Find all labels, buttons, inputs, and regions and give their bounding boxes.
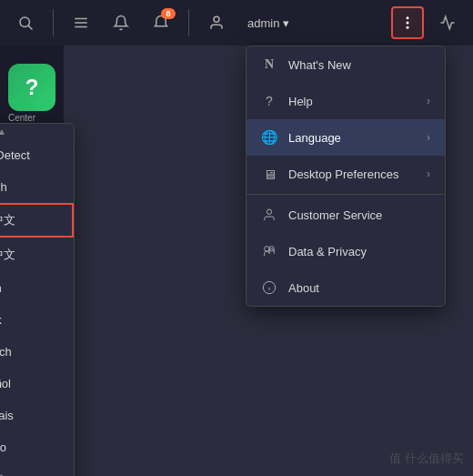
- help-icon: ?: [261, 93, 277, 109]
- whats-new-label: What's New: [288, 58, 430, 72]
- language-arrow-icon: ›: [427, 131, 430, 144]
- sidebar-app-icon[interactable]: ?: [8, 64, 55, 111]
- menu-item-about[interactable]: About: [247, 269, 445, 306]
- menu-item-desktop-prefs[interactable]: 🖥 Desktop Preferences ›: [247, 156, 445, 192]
- menu-item-help[interactable]: ? Help ›: [247, 83, 445, 119]
- svg-line-1: [28, 25, 32, 29]
- lang-item-italiano[interactable]: Italiano: [0, 431, 74, 463]
- scroll-up-indicator: ▲: [0, 124, 74, 139]
- nav-divider-2: [188, 9, 189, 36]
- language-submenu: ▲ ✓ Auto Detect English 简体中文: [0, 123, 75, 476]
- svg-point-5: [214, 16, 219, 22]
- customer-service-icon: [261, 207, 277, 223]
- menu-item-whats-new[interactable]: N What's New: [247, 46, 445, 83]
- svg-point-8: [407, 26, 409, 29]
- navbar: 8 admin ▾: [0, 0, 473, 46]
- help-arrow-icon: ›: [427, 95, 430, 107]
- svg-point-7: [407, 22, 409, 25]
- desktop-prefs-icon: 🖥: [261, 166, 277, 182]
- user-icon[interactable]: [200, 6, 233, 39]
- menu-item-language[interactable]: 🌐 Language ›: [247, 119, 445, 156]
- list-icon[interactable]: [65, 6, 97, 39]
- data-privacy-label: Data & Privacy: [288, 245, 430, 258]
- dropdown-overlay: ▲ ✓ Auto Detect English 简体中文: [64, 46, 473, 476]
- lang-item-dansk[interactable]: Dansk: [0, 304, 74, 336]
- speed-icon[interactable]: [431, 6, 464, 39]
- desktop-prefs-arrow-icon: ›: [427, 167, 430, 180]
- bell-icon[interactable]: [105, 6, 137, 39]
- svg-point-0: [20, 17, 30, 27]
- about-icon: [261, 279, 277, 296]
- admin-menu-button[interactable]: admin ▾: [240, 13, 297, 34]
- main-area: ? Center ▲ ✓ Auto Detect English: [0, 46, 473, 476]
- lang-item-english[interactable]: English: [0, 171, 74, 203]
- lang-item-deutsch[interactable]: Deutsch: [0, 336, 74, 368]
- language-icon: 🌐: [261, 129, 277, 146]
- help-label: Help: [288, 95, 416, 108]
- whats-new-icon: N: [261, 56, 277, 73]
- menu-item-customer-service[interactable]: Customer Service: [247, 197, 445, 233]
- admin-label: admin: [247, 16, 279, 30]
- sidebar-app-label: Center: [8, 113, 55, 123]
- lang-item-francais[interactable]: Français: [0, 400, 74, 431]
- lang-item-czech[interactable]: Czech: [0, 272, 74, 304]
- main-dropdown-menu: N What's New ? Help › 🌐 Language › 🖥 Des…: [246, 46, 446, 307]
- about-label: About: [288, 281, 430, 295]
- svg-point-6: [407, 16, 409, 19]
- menu-divider: [247, 194, 445, 195]
- data-privacy-icon: [261, 243, 277, 259]
- watermark: 值 什么值得买: [389, 451, 464, 467]
- notification-badge: 8: [161, 8, 176, 19]
- notifications-icon[interactable]: 8: [145, 6, 177, 39]
- lang-item-japanese[interactable]: 日本語: [0, 463, 74, 476]
- nav-divider-1: [53, 9, 54, 36]
- lang-item-traditional-chinese[interactable]: 繁體中文: [0, 238, 74, 272]
- menu-item-data-privacy[interactable]: Data & Privacy: [247, 233, 445, 269]
- svg-point-10: [265, 247, 269, 251]
- svg-point-9: [267, 209, 271, 214]
- lang-item-auto-detect[interactable]: ✓ Auto Detect: [0, 139, 74, 171]
- lang-item-simplified-chinese[interactable]: 简体中文: [0, 203, 74, 238]
- search-icon[interactable]: [9, 6, 42, 39]
- app-icon-symbol: ?: [25, 75, 39, 100]
- more-options-button[interactable]: [391, 6, 424, 39]
- language-label: Language: [288, 131, 416, 145]
- customer-service-label: Customer Service: [288, 208, 430, 222]
- dropdown-arrow-icon: ▾: [283, 16, 289, 30]
- lang-item-espanol[interactable]: Español: [0, 368, 74, 400]
- desktop-prefs-label: Desktop Preferences: [288, 167, 416, 181]
